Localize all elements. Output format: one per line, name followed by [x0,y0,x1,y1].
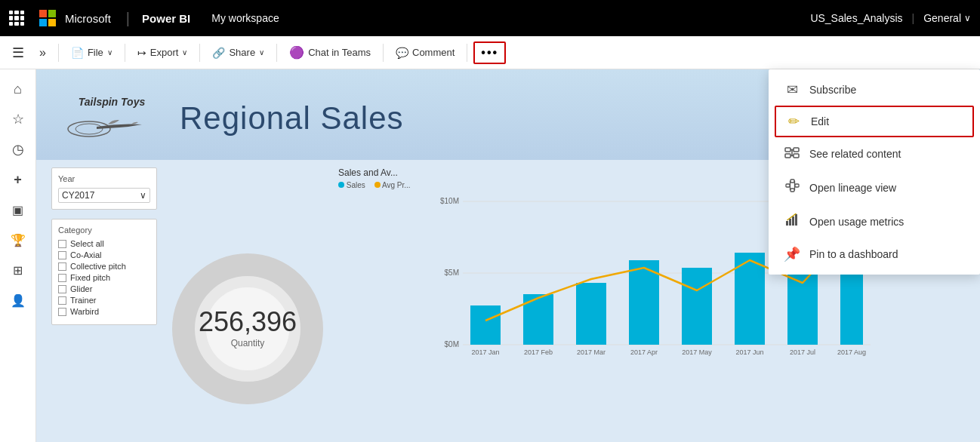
menu-item-related-label: See related content [809,148,901,160]
subscribe-icon: ✉ [784,81,800,98]
category-item-collective[interactable]: Collective pitch [58,262,150,271]
category-label-selectall: Select all [70,239,104,248]
x-apr: 2017 Apr [630,348,658,356]
legend-sales: Sales [338,181,365,189]
checkbox-selectall[interactable] [58,240,66,248]
category-item-fixed[interactable]: Fixed pitch [58,273,150,282]
toolbar-separator4 [276,44,277,62]
category-item-trainer[interactable]: Trainer [58,296,150,305]
export-chevron-icon: ∨ [182,48,187,57]
forward-button[interactable]: » [33,43,52,63]
category-item-selectall[interactable]: Select all [58,239,150,248]
y-label-10m: $10M [440,197,459,205]
donut-value: 256,396 [199,306,297,338]
lineage-icon [784,178,800,197]
checkbox-trainer[interactable] [58,296,66,305]
waffle-icon[interactable] [9,11,24,26]
year-chevron-icon: ∨ [140,190,146,201]
pin-icon: 📌 [784,246,800,262]
menu-item-subscribe[interactable]: ✉ Subscribe [769,74,980,106]
topbar-separator2: | [912,12,915,24]
menu-item-metrics[interactable]: Open usage metrics [769,204,980,238]
sidebar-item-people[interactable]: 👤 [5,287,32,314]
menu-item-edit[interactable]: ✏ Edit [775,106,974,137]
share-icon: 🔗 [212,47,225,59]
donut-values: 256,396 Quantity [199,306,297,348]
category-label-trainer: Trainer [70,296,96,305]
svg-rect-3 [794,154,799,158]
toolbar-separator6 [467,44,467,62]
menu-item-edit-label: Edit [811,115,829,127]
checkbox-coaxial[interactable] [58,251,66,259]
edit-icon: ✏ [785,113,802,130]
metrics-icon [784,212,800,231]
sidebar-item-apps[interactable]: ⊞ [5,256,32,284]
checkbox-fixed[interactable] [58,274,66,282]
export-label: Export [150,47,179,58]
category-item-glider[interactable]: Glider [58,284,150,293]
related-icon [784,145,800,163]
checkbox-glider[interactable] [58,285,66,293]
category-label: Category [58,226,150,235]
export-button[interactable]: ↦ Export ∨ [131,44,194,62]
x-jul: 2017 Jul [790,348,815,356]
menu-item-related[interactable]: See related content [769,137,980,170]
category-label-warbird: Warbird [70,307,99,316]
menu-item-metrics-label: Open usage metrics [809,216,904,228]
chevron-down-icon: ∨ [964,13,971,23]
menu-item-subscribe-label: Subscribe [809,84,856,96]
category-label-fixed: Fixed pitch [70,273,110,282]
x-mar: 2017 Mar [577,348,606,356]
category-item-coaxial[interactable]: Co-Axial [58,250,150,259]
legend-sales-dot [338,182,344,188]
svg-point-26 [76,124,103,134]
x-jun: 2017 Jun [735,348,763,356]
checkbox-collective[interactable] [58,262,66,271]
dropdown-menu: ✉ Subscribe ✏ Edit See related conten [769,69,980,275]
sidebar-item-create[interactable]: + [5,166,32,193]
section-dropdown[interactable]: General ∨ [923,12,971,24]
comment-label: Comment [412,47,455,58]
x-feb: 2017 Feb [524,348,553,356]
donut-subtitle: Quantity [199,338,297,348]
sidebar-item-goals[interactable]: 🏆 [5,226,32,253]
comment-button[interactable]: 💬 Comment [390,44,461,62]
sidebar-item-data[interactable]: ▣ [5,196,32,223]
export-icon: ↦ [137,47,146,59]
svg-rect-9 [790,189,794,192]
share-chevron-icon: ∨ [259,48,264,57]
y-label-0m: $0M [445,340,459,348]
share-button[interactable]: 🔗 Share ∨ [206,44,270,62]
legend-avgpr: Avg Pr... [374,181,411,189]
category-label-glider: Glider [70,284,92,293]
svg-rect-22 [789,219,791,226]
more-button[interactable]: ••• [473,41,506,64]
menu-button[interactable]: ☰ [6,41,30,64]
legend-avgpr-dot [374,182,381,188]
menu-item-pin[interactable]: 📌 Pin to a dashboard [769,238,980,270]
file-button[interactable]: 📄 File ∨ [65,44,119,62]
sidebar: ⌂ ☆ ◷ + ▣ 🏆 ⊞ 👤 [0,69,36,442]
menu-item-lineage[interactable]: Open lineage view [769,170,980,204]
chat-teams-button[interactable]: 🟣 Chat in Teams [283,42,377,63]
sidebar-item-favorites[interactable]: ☆ [5,106,32,133]
workspace-label[interactable]: My workspace [211,12,279,24]
chat-label: Chat in Teams [308,47,371,58]
svg-rect-21 [786,221,788,226]
share-label: Share [229,47,255,58]
topbar-right: US_Sales_Analysis | General ∨ [810,12,971,24]
checkbox-warbird[interactable] [58,308,66,316]
teams-icon: 🟣 [289,45,304,60]
report-name: US_Sales_Analysis [810,12,902,24]
svg-rect-23 [792,216,794,226]
tailspin-text: Tailspin Toys [79,96,145,108]
svg-rect-7 [786,184,790,187]
year-dropdown[interactable]: CY2017 ∨ [58,188,150,203]
tailspin-plane-svg [66,108,157,142]
category-filter: Category Select all Co-Axial Collective … [51,219,157,325]
svg-rect-24 [795,214,797,226]
sidebar-item-recents[interactable]: ◷ [5,136,32,163]
file-icon: 📄 [71,47,84,59]
sidebar-item-home[interactable]: ⌂ [5,75,32,103]
category-item-warbird[interactable]: Warbird [58,307,150,316]
